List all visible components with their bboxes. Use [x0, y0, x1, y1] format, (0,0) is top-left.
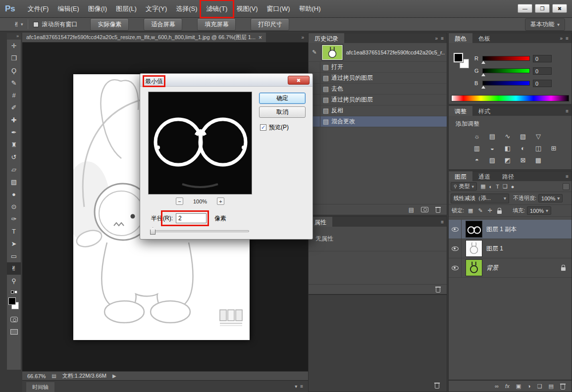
menu-help[interactable]: 帮助(H) — [295, 2, 325, 16]
filter-pixel-layers-icon[interactable]: ▦ — [480, 183, 485, 190]
tab-styles[interactable]: 样式 — [472, 106, 496, 116]
gradient-map-icon[interactable]: ⊠ — [518, 155, 528, 164]
gradient-tool[interactable]: ▧ — [7, 176, 21, 188]
tab-paths[interactable]: 路径 — [496, 171, 520, 181]
brightness-contrast-icon[interactable]: ☼ — [471, 132, 482, 141]
menu-view[interactable]: 视图(V) — [232, 2, 262, 16]
layer-row-background[interactable]: 背景 — [449, 258, 572, 278]
ok-button[interactable]: 确定 — [259, 93, 306, 104]
color-balance-icon[interactable]: ◒ — [487, 144, 498, 152]
fit-screen-button[interactable]: 适合屏幕 — [144, 18, 182, 31]
radius-slider[interactable] — [150, 227, 249, 235]
green-slider[interactable] — [482, 68, 530, 73]
color-spectrum-ramp[interactable] — [451, 95, 569, 101]
layer-name[interactable]: 背景 — [486, 264, 498, 272]
hue-saturation-icon[interactable]: ▥ — [471, 144, 482, 152]
layer-row-layer1-copy[interactable]: 图层 1 副本 — [449, 220, 572, 239]
history-step-desaturate[interactable]: ▤ 去色 — [309, 84, 447, 95]
maximize-button[interactable]: ❐ — [535, 4, 550, 13]
history-step-layer-via-copy[interactable]: ▤ 通过拷贝的图层 — [309, 73, 447, 84]
blue-value-field[interactable]: 0 — [533, 80, 552, 87]
actual-pixels-button[interactable]: 实际像素 — [90, 18, 129, 31]
tab-adjustments[interactable]: 调整 — [449, 106, 472, 116]
menu-layer[interactable]: 图层(L) — [111, 2, 141, 16]
threshold-icon[interactable]: ◩ — [502, 155, 513, 164]
new-adjustment-layer-icon[interactable]: ◑ — [527, 383, 531, 389]
filter-shape-layers-icon[interactable]: ❑ — [503, 183, 508, 190]
new-layer-icon[interactable]: ▤ — [549, 383, 554, 390]
menu-window[interactable]: 窗口(W) — [262, 2, 295, 16]
channel-mixer-icon[interactable]: ◫ — [533, 144, 544, 152]
radius-input[interactable] — [176, 213, 207, 223]
collapse-icon[interactable]: » — [435, 36, 438, 41]
tab-channels[interactable]: 通道 — [472, 171, 496, 181]
delete-layer-icon[interactable] — [560, 383, 566, 390]
tool-preset-caret-icon[interactable]: ▾ — [21, 22, 23, 27]
panel-menu-icon[interactable]: ≡ — [441, 36, 444, 41]
status-play-icon[interactable]: ▶ — [112, 373, 116, 379]
type-tool[interactable]: T — [7, 225, 21, 238]
lasso-tool[interactable]: Ϙ — [7, 64, 21, 77]
slider-thumb-icon[interactable] — [481, 61, 485, 64]
color-lookup-icon[interactable]: ⊞ — [548, 144, 559, 152]
hand-tool[interactable]: ✌ — [7, 262, 21, 275]
dialog-title-bar[interactable]: 最小值 ✖ — [140, 74, 312, 87]
filter-preview[interactable] — [148, 92, 252, 195]
clone-stamp-tool[interactable]: ♜ — [7, 139, 21, 151]
quick-selection-tool[interactable]: ✎ — [7, 77, 21, 89]
layer-name[interactable]: 图层 1 — [486, 245, 503, 253]
print-size-button[interactable]: 打印尺寸 — [251, 18, 289, 31]
menu-image[interactable]: 图像(I) — [84, 2, 111, 16]
cancel-button[interactable]: 取消 — [259, 106, 306, 118]
red-value-field[interactable]: 0 — [533, 55, 552, 62]
zoom-tool[interactable]: ⚲ — [7, 275, 21, 287]
panel-menu-icon[interactable]: ≡ — [566, 174, 569, 179]
layer-name[interactable]: 图层 1 副本 — [486, 225, 517, 234]
visibility-toggle[interactable] — [449, 220, 462, 239]
collapse-icon[interactable]: » — [560, 36, 563, 41]
tab-timeline[interactable]: 时间轴 — [26, 382, 54, 392]
tab-history[interactable]: 历史记录 — [309, 33, 344, 43]
visibility-toggle[interactable] — [449, 239, 462, 258]
history-step-invert[interactable]: ▤ 反相 — [309, 105, 447, 116]
document-tab[interactable]: afc1ea8376515472fe590fccd42a20c5_resize,… — [22, 33, 266, 42]
quick-mask-button[interactable] — [7, 313, 21, 326]
filter-adjustment-layers-icon[interactable]: ◐ — [489, 184, 493, 190]
tab-layers[interactable]: 图层 — [449, 171, 472, 181]
zoom-out-button[interactable]: − — [176, 197, 183, 205]
eraser-tool[interactable]: ▱ — [7, 163, 21, 176]
layer-row-layer1[interactable]: 图层 1 — [449, 239, 572, 258]
layer-thumbnail[interactable] — [466, 221, 482, 238]
fill-screen-button[interactable]: 填充屏幕 — [197, 18, 236, 31]
dodge-tool[interactable]: ⊙ — [7, 200, 21, 213]
brush-tool[interactable]: ✒ — [7, 126, 21, 139]
foreground-color-swatch[interactable] — [454, 53, 463, 62]
tab-overflow-icon[interactable]: » — [297, 33, 308, 42]
workspace-switcher[interactable]: 基本功能 ▾ — [525, 18, 565, 31]
slider-thumb[interactable] — [150, 227, 156, 235]
layer-thumbnail[interactable] — [466, 259, 482, 276]
selective-color-icon[interactable]: ▩ — [533, 155, 544, 164]
slider-thumb-icon[interactable] — [481, 73, 485, 76]
tab-color[interactable]: 颜色 — [449, 33, 472, 43]
blue-slider[interactable] — [482, 81, 530, 86]
filter-kind-dropdown[interactable]: ⚲ 类型 ▾ — [451, 182, 477, 191]
move-tool[interactable]: ✛ — [7, 40, 21, 52]
scroll-all-windows-checkbox[interactable] — [33, 22, 39, 27]
photo-filter-icon[interactable]: ◐ — [518, 144, 528, 152]
green-value-field[interactable]: 0 — [533, 67, 552, 75]
preview-checkbox-row[interactable]: ✓ 预览(P) — [260, 123, 289, 132]
levels-icon[interactable]: ▤ — [487, 132, 498, 141]
checkbox-checked-icon[interactable]: ✓ — [260, 124, 266, 131]
eyedropper-tool[interactable]: ✐ — [7, 101, 21, 114]
lock-transparent-pixels-icon[interactable]: ▦ — [468, 207, 473, 214]
menu-filter[interactable]: 滤镜(T) — [202, 2, 232, 16]
visibility-toggle[interactable] — [449, 258, 462, 277]
delete-state-icon[interactable] — [435, 206, 441, 213]
slider-track[interactable] — [150, 230, 249, 232]
link-layers-icon[interactable]: ∞ — [495, 383, 499, 389]
close-window-button[interactable]: ✖ — [552, 4, 567, 13]
lock-all-icon[interactable] — [497, 210, 502, 214]
opacity-dropdown[interactable]: 100% ▾ — [538, 194, 563, 202]
layer-style-fx-icon[interactable]: fx — [505, 383, 510, 389]
